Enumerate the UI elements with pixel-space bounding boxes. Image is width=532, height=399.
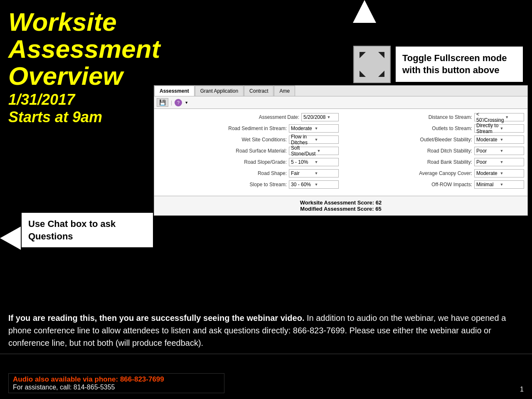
svg-marker-0 [360,52,366,58]
dropdown-icon: ▼ [500,149,522,153]
label-road-sediment: Road Sediment in Stream: [220,126,287,131]
dropdown-icon: ▼ [500,126,522,131]
page-number: 1 [520,386,524,393]
field-row-road-sediment: Road Sediment in Stream: Moderate ▼ [158,124,339,133]
field-row-outlet-stability: Outlet/Bleeder Stability: Moderate ▼ [343,135,524,144]
value-canopy[interactable]: Moderate ▼ [474,169,524,177]
svg-marker-2 [360,71,366,77]
dropdown-icon: ▼ [505,115,522,119]
value-wet-site[interactable]: Flow in Ditches ▼ [289,135,339,144]
value-road-ditch[interactable]: Poor ▼ [474,147,524,155]
form-right-col: Distance to Stream: < 50'/Crossing ▼ Out… [343,113,524,192]
chat-box-line2: Questions [28,231,73,241]
form-screenshot: Assessment Grant Application Contract Am… [154,85,528,216]
value-assessment-date[interactable]: 5/20/2008 ▼ [301,113,339,121]
dropdown-icon: ▼ [500,182,522,187]
dropdown-icon: ▼ [315,126,337,131]
dropdown-icon: ▼ [317,149,337,153]
value-road-sediment[interactable]: Moderate ▼ [289,124,339,133]
tab-ame[interactable]: Ame [274,86,295,96]
value-road-surface[interactable]: Soft Stone/Dust ▼ [289,147,339,155]
arrow-left-icon [0,227,21,250]
value-distance-stream[interactable]: < 50'/Crossing ▼ [474,113,524,121]
value-road-slope[interactable]: 5 - 10% ▼ [289,158,339,166]
field-row-road-surface: Road Surface Material: Soft Stone/Dust ▼ [158,147,339,155]
tab-assessment[interactable]: Assessment [154,86,195,96]
fullscreen-tooltip: Toggle Fullscreen mode with this button … [395,46,524,83]
label-outlets: Outlets to Stream: [401,126,472,131]
label-road-bank: Road Bank Stability: [401,159,472,165]
field-row-off-row: Off-ROW Impacts: Minimal ▼ [343,180,524,189]
label-slope-to-stream: Slope to Stream: [220,182,287,187]
worksite-score: Worksite Assessment Score: 62 [158,200,524,206]
footer-line2: For assistance, call: 814-865-5355 [13,384,220,391]
field-row-wet-site: Wet Site Conditions: Flow in Ditches ▼ [158,135,339,144]
dropdown-icon: ▼ [315,182,337,187]
main-title-line1: Worksite Assessment [8,8,208,62]
label-assessment-date: Assessment Date: [233,114,299,120]
dropdown-icon: ▼ [315,138,337,142]
fullscreen-icon-box [353,46,391,83]
dropdown-icon: ▼ [327,115,337,119]
field-row-assessment-date: Assessment Date: 5/20/2008 ▼ [158,113,339,121]
field-row-road-bank: Road Bank Stability: Poor ▼ [343,158,524,166]
field-row-road-shape: Road Shape: Fair ▼ [158,169,339,177]
modified-score: Modified Assessment Score: 65 [158,206,524,212]
body-text-bold: If you are reading this, then you are su… [8,313,304,323]
dropdown-icon: ▼ [315,160,337,164]
help-button[interactable]: ? [175,99,182,106]
arrow-up-icon [353,0,376,23]
field-row-road-ditch: Road Ditch Stability: Poor ▼ [343,147,524,155]
label-off-row: Off-ROW Impacts: [401,182,472,187]
value-road-bank[interactable]: Poor ▼ [474,158,524,166]
label-wet-site: Wet Site Conditions: [220,137,287,143]
label-road-surface: Road Surface Material: [220,148,287,154]
label-canopy: Average Canopy Cover: [401,170,472,176]
field-row-slope-to-stream: Slope to Stream: 30 - 60% ▼ [158,180,339,189]
value-road-shape[interactable]: Fair ▼ [289,169,339,177]
label-road-slope: Road Slope/Grade: [220,159,287,165]
field-row-canopy: Average Canopy Cover: Moderate ▼ [343,169,524,177]
dropdown-arrow: ▼ [185,101,188,105]
dropdown-icon: ▼ [315,171,337,175]
label-distance-stream: Distance to Stream: [401,114,472,120]
tab-grant-application[interactable]: Grant Application [195,86,244,96]
form-content: Assessment Date: 5/20/2008 ▼ Road Sedime… [154,109,527,196]
chat-box-line1: Use Chat box to ask [28,219,116,229]
label-outlet-stability: Outlet/Bleeder Stability: [401,137,472,143]
value-off-row[interactable]: Minimal ▼ [474,180,524,189]
svg-marker-1 [378,52,384,58]
dropdown-icon: ▼ [500,138,522,142]
value-slope-to-stream[interactable]: 30 - 60% ▼ [289,180,339,189]
field-row-road-slope: Road Slope/Grade: 5 - 10% ▼ [158,158,339,166]
field-row-distance-stream: Distance to Stream: < 50'/Crossing ▼ [343,113,524,121]
label-road-ditch: Road Ditch Stability: [401,148,472,154]
footer-box: Audio also available via phone: 866-823-… [8,373,224,393]
chat-box: Use Chat box to ask Questions [21,212,154,248]
tab-contract[interactable]: Contract [244,86,273,96]
field-row-outlets: Outlets to Stream: Directly to Stream ▼ [343,124,524,133]
value-outlet-stability[interactable]: Moderate ▼ [474,135,524,144]
tabs-bar: Assessment Grant Application Contract Am… [154,86,527,96]
svg-marker-3 [378,71,384,77]
score-section: Worksite Assessment Score: 62 Modified A… [154,196,527,215]
fullscreen-icon [357,50,387,79]
dropdown-icon: ▼ [500,171,522,175]
footer-line1: Audio also available via phone: 866-823-… [13,375,220,384]
save-button[interactable]: 💾 [157,98,168,107]
value-outlets[interactable]: Directly to Stream ▼ [474,124,524,133]
label-road-shape: Road Shape: [220,170,287,176]
toolbar-row: 💾 | ? ▼ [154,96,527,109]
form-left-col: Assessment Date: 5/20/2008 ▼ Road Sedime… [158,113,339,192]
toolbar-divider: | [171,100,172,106]
dropdown-icon: ▼ [500,160,522,164]
divider-line [0,354,532,354]
body-text: If you are reading this, then you are su… [8,312,524,349]
